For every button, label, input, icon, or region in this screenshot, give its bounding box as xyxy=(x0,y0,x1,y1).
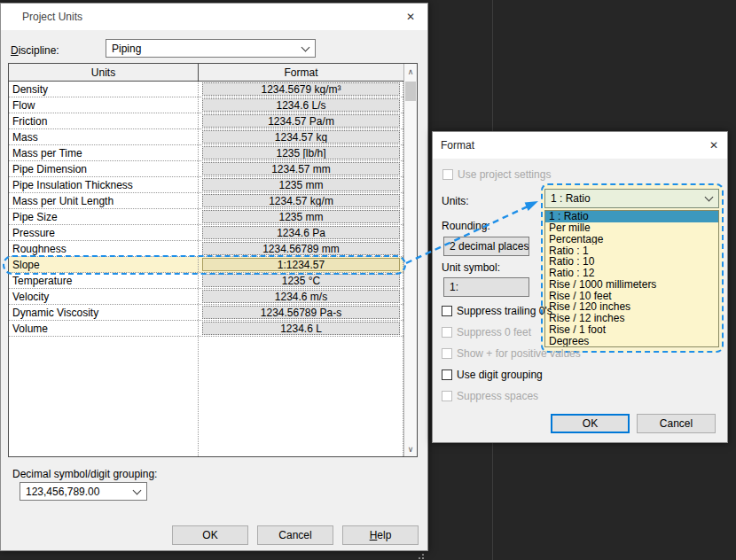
format-value-button[interactable]: 1234.57 kg/m xyxy=(202,194,400,207)
format-dialog: Format ✕ Use project settings Units: 1 :… xyxy=(432,131,728,443)
table-row[interactable]: Mass per Unit Length1234.57 kg/m xyxy=(9,193,403,209)
decimal-grouping-select[interactable]: 123,456,789.00 xyxy=(20,482,147,501)
format-cell: 1235 [lb/h] xyxy=(199,145,403,160)
screen: Project Units ✕ Discipline: Piping Units… xyxy=(0,0,736,560)
help-button[interactable]: Help xyxy=(342,525,419,545)
checkbox-label: Show + for positive values xyxy=(457,347,581,360)
table-row[interactable]: Density1234.5679 kg/m³ xyxy=(9,82,403,97)
scrollbar-thumb[interactable] xyxy=(405,82,416,101)
checkbox-box xyxy=(442,391,452,401)
format-value-button[interactable]: 1234.57 Pa/m xyxy=(202,114,400,128)
checkbox-use-digit-grouping[interactable]: Use digit grouping xyxy=(442,364,646,385)
close-icon[interactable]: ✕ xyxy=(705,137,723,153)
unit-name-cell: Pipe Insulation Thickness xyxy=(9,177,199,192)
column-header-units[interactable]: Units xyxy=(9,64,199,81)
table-row[interactable]: Slope1:1234.57 xyxy=(9,257,403,273)
scroll-down-icon[interactable]: ∨ xyxy=(404,441,417,456)
table-row[interactable]: Roughness1234.56789 mm xyxy=(9,241,403,257)
format-value-button[interactable]: 1234.56789 Pa-s xyxy=(202,306,400,319)
dropdown-option[interactable]: 1 : Ratio xyxy=(545,211,718,222)
format-value-button[interactable]: 1234.6 m/s xyxy=(202,290,400,303)
dropdown-option[interactable]: Rise / 1000 millimeters xyxy=(545,279,718,291)
rounding-select[interactable]: 2 decimal places xyxy=(443,237,529,256)
table-row[interactable]: Volume1234.6 L xyxy=(9,321,403,337)
checkbox-suppress-trailing-0-s[interactable]: Suppress trailing 0's xyxy=(442,300,646,322)
ok-button[interactable]: OK xyxy=(551,414,630,433)
unit-name-cell: Pipe Size xyxy=(9,209,199,224)
table-row[interactable]: Pipe Size1235 mm xyxy=(9,209,403,225)
format-value-button[interactable]: 1235 mm xyxy=(202,210,400,223)
dialog-title: Format xyxy=(433,139,474,152)
format-value-button[interactable]: 1234.57 mm xyxy=(202,162,400,175)
format-cell: 1234.57 kg/m xyxy=(199,193,403,208)
help-label: Help xyxy=(370,529,392,541)
chevron-down-icon xyxy=(705,193,714,202)
dropdown-option[interactable]: Percentage xyxy=(545,234,718,245)
table-row[interactable]: Velocity1234.6 m/s xyxy=(9,289,403,305)
cancel-button[interactable]: Cancel xyxy=(637,414,716,433)
table-empty-area xyxy=(9,337,403,456)
format-value-button[interactable]: 1:1234.57 xyxy=(202,258,400,271)
empty-format-column xyxy=(199,337,403,456)
format-value-button[interactable]: 1235 [lb/h] xyxy=(202,146,400,159)
unit-name-cell: Roughness xyxy=(9,241,199,256)
format-titlebar: Format xyxy=(433,132,727,159)
table-row[interactable]: Pipe Dimension1234.57 mm xyxy=(9,161,403,177)
units-table-body: Density1234.5679 kg/m³Flow1234.6 L/sFric… xyxy=(9,82,403,456)
format-value-button[interactable]: 1234.5679 kg/m³ xyxy=(202,82,400,96)
format-cell: 1234.57 Pa/m xyxy=(199,113,403,128)
format-cell: 1234.6 L xyxy=(199,321,403,336)
dropdown-option[interactable]: Ratio : 12 xyxy=(545,268,718,279)
checkbox-suppress-0-feet: Suppress 0 feet xyxy=(442,322,646,343)
unit-name-cell: Mass xyxy=(9,129,199,144)
table-row[interactable]: Pressure1234.6 Pa xyxy=(9,225,403,241)
rounding-label: Rounding: xyxy=(442,220,490,232)
format-value-button[interactable]: 1234.6 Pa xyxy=(202,226,400,239)
table-row[interactable]: Dynamic Viscosity1234.56789 Pa-s xyxy=(9,305,403,321)
unit-name-cell: Friction xyxy=(9,113,199,128)
unit-symbol-select[interactable]: 1: xyxy=(443,277,529,297)
format-value-button[interactable]: 1235 mm xyxy=(202,178,400,191)
unit-name-cell: Dynamic Viscosity xyxy=(9,305,199,320)
table-row[interactable]: Friction1234.57 Pa/m xyxy=(9,113,403,129)
format-value-button[interactable]: 1234.6 L xyxy=(202,322,400,335)
unit-symbol-label: Unit symbol: xyxy=(442,261,500,274)
column-header-format[interactable]: Format xyxy=(199,64,403,81)
unit-name-cell: Velocity xyxy=(9,289,199,304)
format-cell: 1234.56789 Pa-s xyxy=(199,305,403,320)
format-cell: 1235 mm xyxy=(199,177,403,192)
dropdown-option[interactable]: Ratio : 1 xyxy=(545,245,718,256)
table-row[interactable]: Temperature1235 °C xyxy=(9,273,403,289)
units-value: 1 : Ratio xyxy=(551,192,591,205)
checkbox-label: Use digit grouping xyxy=(457,369,543,381)
table-row[interactable]: Pipe Insulation Thickness1235 mm xyxy=(9,177,403,193)
dropdown-option[interactable]: Per mille xyxy=(545,222,718,234)
table-scrollbar[interactable]: ∧ ∨ xyxy=(403,64,417,456)
format-value-button[interactable]: 1234.56789 mm xyxy=(202,242,400,255)
unit-name-cell: Volume xyxy=(9,321,199,336)
format-cell: 1235 mm xyxy=(199,209,403,224)
scroll-up-icon[interactable]: ∧ xyxy=(404,64,417,79)
format-cell: 1235 °C xyxy=(199,273,403,288)
dialog-title: Project Units xyxy=(1,11,82,23)
table-row[interactable]: Flow1234.6 L/s xyxy=(9,97,403,113)
unit-name-cell: Pipe Dimension xyxy=(9,161,199,176)
dropdown-option[interactable]: Ratio : 10 xyxy=(545,256,718,268)
discipline-select[interactable]: Piping xyxy=(106,39,316,58)
ok-button[interactable]: OK xyxy=(172,525,248,545)
format-value-button[interactable]: 1234.57 kg xyxy=(202,130,400,144)
table-row[interactable]: Mass1234.57 kg xyxy=(9,129,403,145)
checkbox-box xyxy=(442,327,452,338)
close-icon[interactable]: ✕ xyxy=(402,9,419,25)
units-select[interactable]: 1 : Ratio xyxy=(544,189,719,208)
resize-grip-icon[interactable] xyxy=(416,553,425,560)
format-cell: 1:1234.57 xyxy=(199,257,403,272)
cancel-button[interactable]: Cancel xyxy=(257,525,333,545)
table-row[interactable]: Mass per Time1235 [lb/h] xyxy=(9,145,403,161)
discipline-label: Discipline: xyxy=(11,44,59,57)
checkbox-box xyxy=(442,169,453,180)
rounding-value: 2 decimal places xyxy=(450,240,529,253)
format-value-button[interactable]: 1235 °C xyxy=(202,274,400,287)
format-value-button[interactable]: 1234.6 L/s xyxy=(202,98,400,112)
chevron-down-icon xyxy=(133,486,142,494)
